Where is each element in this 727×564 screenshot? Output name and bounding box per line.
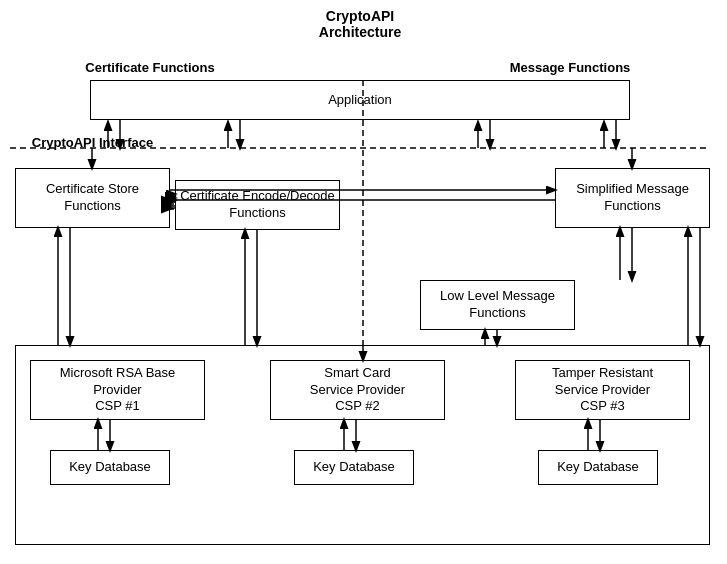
title-label: CryptoAPIArchitecture [280,8,440,40]
application-box: Application [90,80,630,120]
key-db2-box: Key Database [294,450,414,485]
smart-card-box: Smart CardService ProviderCSP #2 [270,360,445,420]
diagram: CryptoAPIArchitecture Certificate Functi… [0,0,727,564]
tamper-resistant-box: Tamper ResistantService ProviderCSP #3 [515,360,690,420]
key-db3-box: Key Database [538,450,658,485]
rsa-provider-box: Microsoft RSA BaseProviderCSP #1 [30,360,205,420]
message-functions-label: Message Functions [490,60,650,75]
cert-store-box: Certificate StoreFunctions [15,168,170,228]
low-level-message-box: Low Level MessageFunctions [420,280,575,330]
cryptoapi-interface-label: CryptoAPI Interface [10,135,175,150]
cert-functions-label: Certificate Functions [60,60,240,75]
cert-encode-box: Certificate Encode/DecodeFunctions [175,180,340,230]
key-db1-box: Key Database [50,450,170,485]
simplified-message-box: Simplified MessageFunctions [555,168,710,228]
